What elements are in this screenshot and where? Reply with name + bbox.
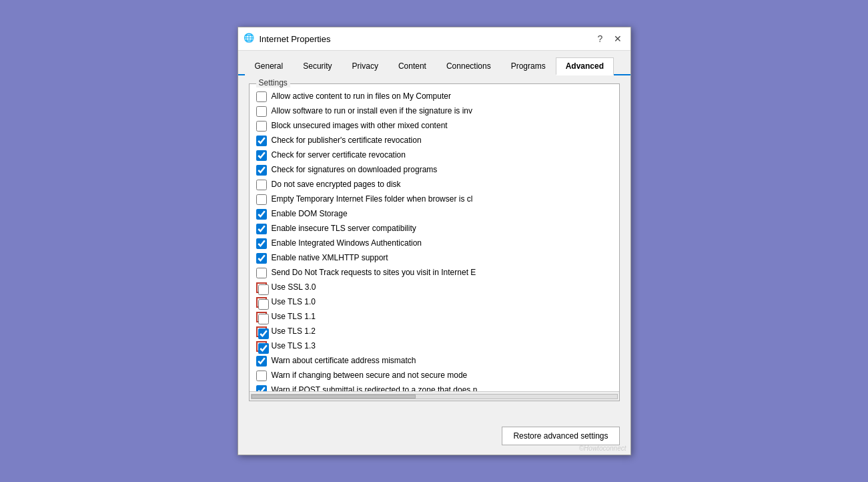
setting-item: Use TLS 1.2 [254, 324, 615, 339]
setting-checkbox[interactable] [256, 356, 267, 367]
title-bar-controls: ? ✕ [593, 31, 625, 46]
setting-text: Block unsecured images with other mixed … [272, 121, 448, 132]
setting-item: Warn about certificate address mismatch [254, 354, 615, 369]
close-button[interactable]: ✕ [610, 31, 625, 46]
checkbox-wrap [256, 297, 267, 308]
setting-checkbox[interactable] [256, 371, 267, 381]
setting-text: Do not save encrypted pages to disk [272, 180, 401, 190]
checkbox-wrap [256, 150, 267, 161]
setting-item: Use TLS 1.3 [254, 339, 615, 354]
tab-content[interactable]: Content [388, 57, 436, 75]
setting-item: Send Do Not Track requests to sites you … [254, 266, 615, 280]
setting-item: Warn if POST submittal is redirected to … [254, 383, 615, 391]
setting-checkbox[interactable] [256, 194, 267, 205]
setting-checkbox[interactable] [256, 91, 267, 102]
setting-text: Enable DOM Storage [272, 209, 348, 220]
setting-text: Empty Temporary Internet Files folder wh… [272, 194, 473, 205]
settings-scroll-area[interactable]: Allow active content to run in files on … [250, 84, 619, 391]
setting-checkbox[interactable] [258, 284, 269, 295]
setting-text: Use TLS 1.3 [272, 341, 316, 352]
setting-text: Use TLS 1.0 [272, 297, 316, 308]
checkbox-wrap [256, 326, 267, 337]
setting-text: Allow active content to run in files on … [272, 91, 451, 102]
tab-connections[interactable]: Connections [436, 57, 501, 75]
setting-item: Check for publisher's certificate revoca… [254, 134, 615, 148]
checkbox-wrap [256, 121, 267, 132]
setting-text: Enable native XMLHTTP support [272, 253, 388, 264]
settings-group: Settings Allow active content to run in … [249, 83, 620, 401]
checkbox-wrap [256, 385, 267, 391]
title-bar: 🌐 Internet Properties ? ✕ [238, 27, 630, 51]
setting-checkbox[interactable] [256, 150, 267, 161]
setting-item: Enable Integrated Windows Authentication [254, 236, 615, 251]
checkbox-wrap [256, 356, 267, 367]
setting-checkbox[interactable] [256, 180, 267, 190]
setting-checkbox[interactable] [256, 253, 267, 264]
setting-text: Use SSL 3.0 [272, 282, 316, 293]
setting-text: Warn if changing between secure and not … [272, 371, 468, 381]
setting-item: Enable native XMLHTTP support [254, 251, 615, 266]
checkbox-wrap [256, 106, 267, 117]
horizontal-scrollbar[interactable] [250, 391, 619, 401]
setting-checkbox[interactable] [256, 165, 267, 176]
checkbox-wrap [256, 91, 267, 102]
setting-text: Warn about certificate address mismatch [272, 356, 416, 367]
checkbox-wrap [256, 371, 267, 381]
checkbox-wrap [256, 194, 267, 205]
setting-checkbox[interactable] [258, 343, 269, 354]
tab-privacy[interactable]: Privacy [342, 57, 388, 75]
setting-item: Allow software to run or install even if… [254, 104, 615, 119]
setting-checkbox[interactable] [256, 136, 267, 146]
checkbox-wrap [256, 341, 267, 352]
footer: Restore advanced settings [238, 421, 630, 455]
setting-text: Allow software to run or install even if… [272, 106, 472, 117]
setting-checkbox[interactable] [256, 385, 267, 391]
setting-checkbox[interactable] [256, 209, 267, 220]
tabs-bar: General Security Privacy Content Connect… [238, 51, 630, 75]
setting-checkbox[interactable] [256, 121, 267, 132]
setting-checkbox[interactable] [258, 299, 269, 310]
setting-checkbox[interactable] [256, 268, 267, 278]
setting-checkbox[interactable] [256, 224, 267, 234]
internet-properties-window: 🌐 Internet Properties ? ✕ General Securi… [238, 27, 631, 455]
setting-item: Enable DOM Storage [254, 207, 615, 222]
tab-content-area: Settings Allow active content to run in … [238, 75, 630, 421]
window-title: Internet Properties [260, 34, 331, 44]
h-scroll-thumb [252, 395, 416, 399]
setting-item: Warn if changing between secure and not … [254, 369, 615, 383]
checkbox-wrap [256, 282, 267, 293]
tab-programs[interactable]: Programs [501, 57, 556, 75]
setting-checkbox[interactable] [258, 328, 269, 339]
restore-advanced-settings-button[interactable]: Restore advanced settings [502, 427, 619, 445]
setting-item: Allow active content to run in files on … [254, 89, 615, 104]
tab-advanced[interactable]: Advanced [556, 57, 614, 75]
setting-item: Empty Temporary Internet Files folder wh… [254, 192, 615, 207]
setting-text: Warn if POST submittal is redirected to … [272, 385, 478, 391]
setting-text: Use TLS 1.1 [272, 312, 316, 322]
settings-group-label: Settings [256, 78, 290, 87]
watermark: ©Howtoconnect [579, 445, 626, 452]
setting-item: Check for signatures on downloaded progr… [254, 163, 615, 178]
setting-item: Enable insecure TLS server compatibility [254, 222, 615, 236]
checkbox-wrap [256, 209, 267, 220]
checkbox-wrap [256, 180, 267, 190]
setting-text: Enable Integrated Windows Authentication [272, 238, 422, 249]
checkbox-wrap [256, 136, 267, 146]
setting-item: Use SSL 3.0 [254, 280, 615, 295]
window-icon: 🌐 [244, 33, 256, 45]
setting-text: Send Do Not Track requests to sites you … [272, 268, 476, 278]
setting-checkbox[interactable] [256, 238, 267, 249]
h-scroll-track [251, 394, 618, 399]
setting-text: Use TLS 1.2 [272, 326, 316, 337]
help-button[interactable]: ? [593, 31, 608, 46]
checkbox-wrap [256, 268, 267, 278]
setting-item: Block unsecured images with other mixed … [254, 119, 615, 134]
setting-checkbox[interactable] [256, 106, 267, 117]
title-bar-left: 🌐 Internet Properties [244, 33, 331, 45]
setting-item: Do not save encrypted pages to disk [254, 178, 615, 192]
tab-general[interactable]: General [245, 57, 294, 75]
setting-checkbox[interactable] [258, 314, 269, 324]
setting-item: Use TLS 1.0 [254, 295, 615, 310]
tab-security[interactable]: Security [293, 57, 342, 75]
setting-item: Check for server certificate revocation [254, 148, 615, 163]
